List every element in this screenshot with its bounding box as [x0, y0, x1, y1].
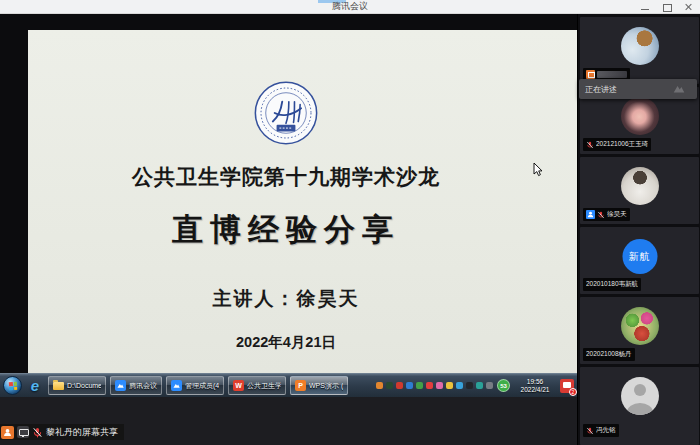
tray-icon[interactable] — [386, 382, 393, 389]
slide-date: 2022年4月21日 — [28, 333, 544, 352]
window-titlebar: 腾讯会议 — [0, 0, 700, 14]
participant-name-tag: 202021008杨丹 — [583, 348, 635, 361]
presentation-slide: 公共卫生学院第十九期学术沙龙 直博经验分享 主讲人：徐昊天 2022年4月21日 — [28, 30, 577, 373]
minimize-button[interactable] — [638, 1, 652, 13]
taskbar-button-explorer[interactable]: D:\Document... — [48, 376, 106, 395]
taskbar-clock[interactable]: 19:56 2022/4/21 — [514, 378, 556, 394]
taskbar-button-wps-doc[interactable]: W 公共卫生学院... — [228, 376, 286, 395]
speaking-tooltip: 正在讲述 — [579, 79, 697, 99]
taskbar-button-meeting[interactable]: 腾讯会议 — [110, 376, 162, 395]
tray-icon[interactable] — [436, 382, 443, 389]
notification-badge: 2 — [569, 388, 577, 396]
tray-icon[interactable] — [456, 382, 463, 389]
tray-icon[interactable] — [486, 382, 493, 389]
tray-icon[interactable] — [476, 382, 483, 389]
participant-tile[interactable]: 202021008杨丹 — [580, 297, 699, 364]
mouse-cursor-icon — [533, 163, 543, 177]
slide-main-title: 直博经验分享 — [28, 209, 544, 251]
participant-tile[interactable]: 新航 202010180韦新航 — [580, 227, 699, 294]
participant-tile[interactable]: 徐昊天 — [580, 157, 699, 224]
sharer-person-icon — [1, 426, 14, 439]
windows-taskbar: e D:\Document... 腾讯会议 管理成员(40) W 公共卫生学院.… — [0, 373, 577, 397]
muted-mic-icon — [32, 427, 43, 438]
maximize-button[interactable] — [660, 1, 674, 13]
meeting-watermark-icon — [671, 83, 687, 95]
tray-icons — [376, 382, 493, 389]
participant-name-obscured — [597, 71, 627, 78]
avatar-initials: 新航 — [622, 239, 657, 274]
clock-time: 19:56 — [514, 378, 556, 386]
participant-name-tag: 徐昊天 — [583, 208, 630, 221]
avatar — [621, 97, 659, 135]
slide-presenter: 主讲人：徐昊天 — [28, 286, 544, 312]
slide-series-title: 公共卫生学院第十九期学术沙龙 — [28, 163, 544, 191]
clock-date: 2022/4/21 — [514, 386, 556, 394]
host-badge-icon — [586, 210, 595, 219]
muted-mic-icon — [586, 427, 594, 435]
tencent-meeting-icon — [171, 380, 182, 391]
internet-explorer-icon[interactable]: e — [26, 376, 44, 396]
tray-icon[interactable] — [466, 382, 473, 389]
tencent-meeting-icon — [115, 380, 126, 391]
tray-icon[interactable] — [426, 382, 433, 389]
security-score-icon[interactable]: 53 — [497, 379, 510, 392]
muted-mic-icon — [597, 211, 605, 219]
shared-screen-area: 公共卫生学院第十九期学术沙龙 直博经验分享 主讲人：徐昊天 2022年4月21日… — [0, 14, 577, 445]
participant-tile[interactable] — [580, 17, 699, 84]
participant-name-tag: 202121006王玉琦 — [583, 138, 651, 151]
participant-name-tag: 冯先铭 — [583, 424, 619, 437]
avatar-placeholder — [621, 377, 659, 415]
meeting-bottom-area: 黎礼丹的屏幕共享 — [0, 397, 577, 445]
notification-icon[interactable]: 2 — [560, 379, 574, 393]
participant-name-tag: 202010180韦新航 — [583, 278, 641, 291]
participant-tile[interactable]: 冯先铭 — [580, 367, 699, 445]
window-title: 腾讯会议 — [332, 0, 368, 13]
screen-share-icon — [17, 426, 29, 438]
start-button-icon[interactable] — [3, 376, 22, 395]
taskbar-button-wps-presentation[interactable]: P WPS演示 (07... — [290, 376, 348, 395]
close-button[interactable] — [682, 1, 696, 13]
taskbar-button-members[interactable]: 管理成员(40) — [166, 376, 224, 395]
avatar — [621, 167, 659, 205]
college-seal-logo — [253, 80, 319, 146]
screen-share-status-bar: 黎礼丹的屏幕共享 — [0, 424, 124, 440]
screen-share-text: 黎礼丹的屏幕共享 — [46, 426, 118, 439]
avatar — [621, 307, 659, 345]
tray-icon[interactable] — [396, 382, 403, 389]
folder-icon — [53, 382, 64, 390]
muted-mic-icon — [586, 141, 594, 149]
sharing-indicator-icon — [586, 70, 595, 79]
tray-icon[interactable] — [376, 382, 383, 389]
wps-presentation-icon: P — [295, 380, 306, 391]
tray-icon[interactable] — [446, 382, 453, 389]
participants-sidebar: 正在讲述 202121006王玉琦 徐昊天 新航 202010180韦新航 20… — [577, 14, 700, 445]
wps-office-icon: W — [233, 380, 244, 391]
tray-icon[interactable] — [406, 382, 413, 389]
tray-icon[interactable] — [416, 382, 423, 389]
avatar — [621, 27, 659, 65]
